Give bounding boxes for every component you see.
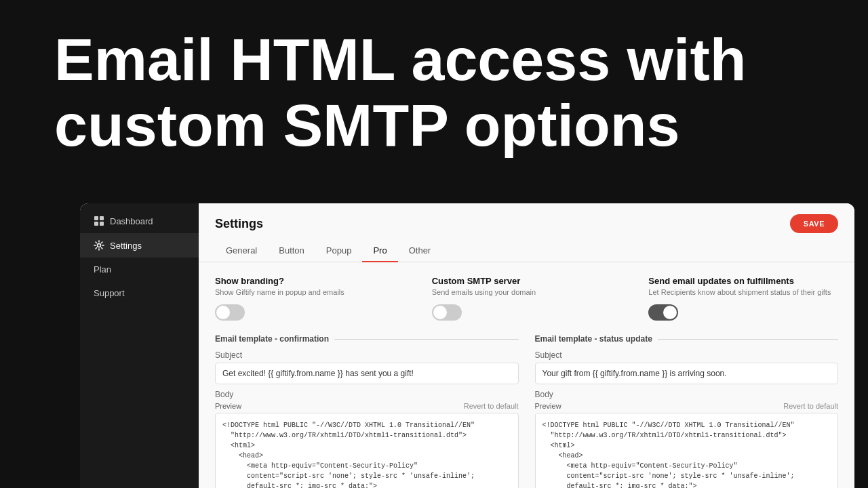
toggle-send-email-updates-switch[interactable] bbox=[648, 304, 678, 321]
tab-pro[interactable]: Pro bbox=[362, 240, 397, 262]
toggle-show-branding-desc: Show Giftify name in popup and emails bbox=[215, 287, 405, 298]
body-label-status-update: Body bbox=[535, 390, 839, 399]
toggle-show-branding: Show branding? Show Giftify name in popu… bbox=[215, 276, 405, 321]
template-confirmation-header: Email template - confirmation bbox=[215, 334, 519, 344]
template-status-update: Email template - status update Subject B… bbox=[535, 334, 839, 488]
settings-body: Show branding? Show Giftify name in popu… bbox=[199, 262, 854, 488]
subject-input-status-update[interactable] bbox=[535, 363, 839, 384]
code-line: content="script-src 'none'; style-src * … bbox=[222, 471, 511, 481]
sidebar-item-plan[interactable]: Plan bbox=[80, 258, 199, 281]
tab-button[interactable]: Button bbox=[268, 240, 315, 262]
code-line: <!DOCTYPE html PUBLIC "-//W3C//DTD XHTML… bbox=[222, 420, 511, 430]
code-line: <html> bbox=[222, 441, 511, 451]
toggle-send-email-updates: Send email updates on fulfillments Let R… bbox=[648, 276, 838, 321]
tab-general[interactable]: General bbox=[215, 240, 268, 262]
svg-rect-1 bbox=[100, 216, 104, 220]
gear-icon bbox=[94, 240, 104, 251]
template-confirmation-line bbox=[334, 339, 518, 340]
svg-rect-3 bbox=[100, 222, 104, 226]
sidebar: Dashboard Settings Plan Support bbox=[80, 203, 199, 488]
code-line: "http://www.w3.org/TR/xhtml1/DTD/xhtml1-… bbox=[222, 430, 511, 441]
toggle-custom-smtp-label: Custom SMTP server bbox=[432, 276, 622, 286]
main-content: Settings SAVE General Button Popup Pro O… bbox=[199, 203, 854, 488]
toggle-show-branding-label: Show branding? bbox=[215, 276, 405, 286]
toggle-show-branding-switch[interactable] bbox=[215, 304, 245, 321]
template-status-update-line bbox=[658, 339, 838, 340]
sidebar-item-support-label: Support bbox=[94, 288, 125, 298]
sidebar-item-plan-label: Plan bbox=[94, 264, 111, 274]
preview-tab-confirmation[interactable]: Preview bbox=[215, 402, 241, 410]
tab-popup[interactable]: Popup bbox=[315, 240, 363, 262]
sidebar-item-support[interactable]: Support bbox=[80, 281, 199, 305]
body-toolbar-status-update: Preview Revert to default bbox=[535, 402, 839, 410]
code-line: <meta http-equiv="Content-Security-Polic… bbox=[542, 461, 831, 471]
revert-link-confirmation[interactable]: Revert to default bbox=[464, 402, 519, 410]
grid-icon bbox=[94, 216, 104, 226]
code-line: "http://www.w3.org/TR/xhtml1/DTD/xhtml1-… bbox=[542, 430, 831, 441]
body-toolbar-confirmation: Preview Revert to default bbox=[215, 402, 519, 410]
sidebar-item-settings-label: Settings bbox=[110, 241, 142, 251]
sidebar-item-dashboard[interactable]: Dashboard bbox=[80, 209, 199, 233]
code-line: <html> bbox=[542, 441, 831, 451]
subject-row-confirmation: Subject bbox=[215, 350, 519, 384]
preview-tab-status-update[interactable]: Preview bbox=[535, 402, 561, 410]
page-title: Settings bbox=[215, 217, 263, 231]
template-status-update-header: Email template - status update bbox=[535, 334, 839, 344]
template-confirmation: Email template - confirmation Subject Bo… bbox=[215, 334, 519, 488]
svg-rect-0 bbox=[94, 216, 98, 220]
toggles-row: Show branding? Show Giftify name in popu… bbox=[215, 276, 838, 321]
code-line: content="script-src 'none'; style-src * … bbox=[542, 471, 831, 481]
subject-input-confirmation[interactable] bbox=[215, 363, 519, 384]
app-window: Dashboard Settings Plan Support Settings… bbox=[80, 203, 854, 488]
subject-label-confirmation: Subject bbox=[215, 350, 519, 360]
template-status-update-title: Email template - status update bbox=[535, 334, 652, 344]
svg-rect-2 bbox=[94, 222, 98, 226]
toggle-send-email-updates-desc: Let Recipients know about shipment statu… bbox=[648, 287, 838, 298]
subject-row-status-update: Subject bbox=[535, 350, 839, 384]
templates-row: Email template - confirmation Subject Bo… bbox=[215, 334, 838, 488]
code-line: <head> bbox=[542, 451, 831, 461]
body-section-confirmation: Body Preview Revert to default <!DOCTYPE… bbox=[215, 390, 519, 488]
code-line: <meta http-equiv="Content-Security-Polic… bbox=[222, 461, 511, 471]
body-label-confirmation: Body bbox=[215, 390, 519, 399]
code-block-status-update[interactable]: <!DOCTYPE html PUBLIC "-//W3C//DTD XHTML… bbox=[535, 413, 839, 488]
tabs-bar: General Button Popup Pro Other bbox=[199, 233, 854, 262]
revert-link-status-update[interactable]: Revert to default bbox=[783, 402, 838, 410]
toggle-custom-smtp-switch[interactable] bbox=[432, 304, 462, 321]
toggle-custom-smtp-desc: Send emails using your domain bbox=[432, 287, 622, 298]
hero-section: Email HTML access with custom SMTP optio… bbox=[54, 27, 814, 159]
hero-title: Email HTML access with custom SMTP optio… bbox=[54, 27, 814, 159]
sidebar-item-dashboard-label: Dashboard bbox=[110, 216, 153, 226]
sidebar-item-settings[interactable]: Settings bbox=[80, 233, 199, 258]
code-line: default-src *; img-src * data:"> bbox=[222, 481, 511, 488]
toggle-custom-smtp: Custom SMTP server Send emails using you… bbox=[432, 276, 622, 321]
toggle-send-email-updates-label: Send email updates on fulfillments bbox=[648, 276, 838, 286]
svg-point-4 bbox=[98, 244, 101, 247]
page-header: Settings SAVE bbox=[199, 203, 854, 233]
subject-label-status-update: Subject bbox=[535, 350, 839, 360]
tab-other[interactable]: Other bbox=[398, 240, 442, 262]
code-line: default-src *; img-src * data:"> bbox=[542, 481, 831, 488]
body-section-status-update: Body Preview Revert to default <!DOCTYPE… bbox=[535, 390, 839, 488]
code-line: <!DOCTYPE html PUBLIC "-//W3C//DTD XHTML… bbox=[542, 420, 831, 430]
save-button[interactable]: SAVE bbox=[790, 214, 838, 233]
code-block-confirmation[interactable]: <!DOCTYPE html PUBLIC "-//W3C//DTD XHTML… bbox=[215, 413, 519, 488]
template-confirmation-title: Email template - confirmation bbox=[215, 334, 329, 344]
code-line: <head> bbox=[222, 451, 511, 461]
